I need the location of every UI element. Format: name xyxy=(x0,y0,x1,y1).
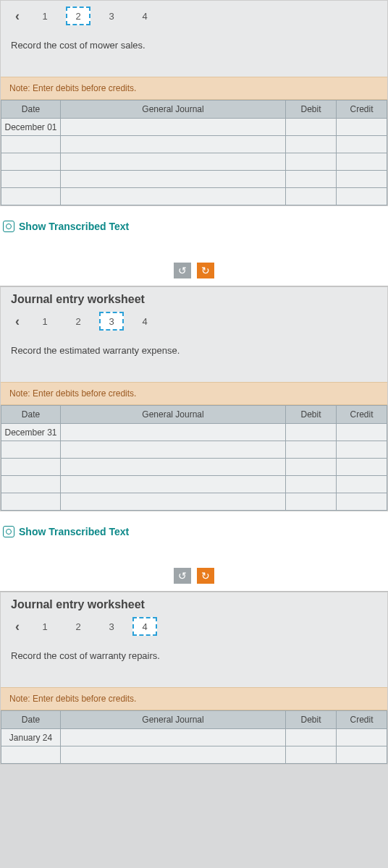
cell-gj[interactable] xyxy=(61,729,286,746)
header-debit: Debit xyxy=(286,101,337,119)
cell-date[interactable]: December 31 xyxy=(1,424,61,441)
tab-3[interactable]: 3 xyxy=(99,312,124,331)
tab-1[interactable]: 1 xyxy=(33,617,57,636)
chevron-left-icon[interactable]: ‹ xyxy=(11,314,24,329)
tab-2[interactable]: 2 xyxy=(66,617,90,636)
chevron-left-icon[interactable]: ‹ xyxy=(11,9,24,24)
header-credit: Credit xyxy=(337,101,387,119)
camera-icon xyxy=(3,526,14,537)
redo-button[interactable]: ↻ xyxy=(197,263,214,278)
worksheet-1: ‹ 1 2 3 4 Record the cost of mower sales… xyxy=(0,0,388,206)
header-general-journal: General Journal xyxy=(61,406,286,424)
header-date: Date xyxy=(1,406,61,424)
cell-credit[interactable] xyxy=(337,729,387,746)
journal-table: Date General Journal Debit Credit Decemb… xyxy=(1,100,387,205)
header-debit: Debit xyxy=(286,406,337,424)
undo-button[interactable]: ↺ xyxy=(174,568,191,584)
tab-2[interactable]: 2 xyxy=(66,312,90,331)
cell-credit[interactable] xyxy=(337,424,387,441)
worksheet-2: Journal entry worksheet ‹ 1 2 3 4 Record… xyxy=(0,286,388,511)
table-row xyxy=(1,136,387,153)
show-link-label: Show Transcribed Text xyxy=(19,526,129,537)
tab-4[interactable]: 4 xyxy=(132,7,157,25)
journal-table: Date General Journal Debit Credit Decemb… xyxy=(1,405,387,511)
table-row xyxy=(1,746,387,764)
prompt-text: Record the cost of mower sales. xyxy=(1,31,387,77)
worksheet-3: Journal entry worksheet ‹ 1 2 3 4 Record… xyxy=(0,592,388,765)
cell-credit[interactable] xyxy=(337,119,387,136)
header-date: Date xyxy=(1,711,61,729)
table-row xyxy=(1,476,387,493)
cell-date[interactable]: January 24 xyxy=(1,729,61,746)
table-row: December 01 xyxy=(1,119,387,136)
note-bar: Note: Enter debits before credits. xyxy=(1,77,387,100)
table-row xyxy=(1,153,387,171)
tab-row: ‹ 1 2 3 4 xyxy=(1,611,387,642)
tab-3[interactable]: 3 xyxy=(99,7,124,25)
tab-row: ‹ 1 2 3 4 xyxy=(1,1,387,31)
table-row xyxy=(1,441,387,459)
worksheet-title: Journal entry worksheet xyxy=(1,287,387,306)
cell-debit[interactable] xyxy=(286,424,337,441)
prompt-text: Record the cost of warranty repairs. xyxy=(1,642,387,687)
note-bar: Note: Enter debits before credits. xyxy=(1,687,387,710)
redo-button[interactable]: ↻ xyxy=(197,568,214,584)
header-credit: Credit xyxy=(337,406,387,424)
show-transcribed-text-link[interactable]: Show Transcribed Text xyxy=(0,206,388,250)
header-debit: Debit xyxy=(286,711,337,729)
tab-1[interactable]: 1 xyxy=(33,312,57,331)
journal-table: Date General Journal Debit Credit Januar… xyxy=(1,710,387,764)
prompt-text: Record the estimated warranty expense. xyxy=(1,336,387,382)
mini-toolbar: ↺ ↻ xyxy=(0,250,388,286)
table-row xyxy=(1,188,387,205)
cell-debit[interactable] xyxy=(286,729,337,746)
chevron-left-icon[interactable]: ‹ xyxy=(11,619,24,634)
tab-4[interactable]: 4 xyxy=(132,312,157,331)
header-credit: Credit xyxy=(337,711,387,729)
table-row xyxy=(1,493,387,511)
tab-row: ‹ 1 2 3 4 xyxy=(1,306,387,336)
header-general-journal: General Journal xyxy=(61,711,286,729)
table-row: January 24 xyxy=(1,729,387,746)
table-row: December 31 xyxy=(1,424,387,441)
note-bar: Note: Enter debits before credits. xyxy=(1,382,387,405)
table-row xyxy=(1,171,387,188)
header-general-journal: General Journal xyxy=(61,101,286,119)
cell-date[interactable]: December 01 xyxy=(1,119,61,136)
cell-gj[interactable] xyxy=(61,424,286,441)
cell-debit[interactable] xyxy=(286,119,337,136)
tab-3[interactable]: 3 xyxy=(99,617,124,636)
tab-2[interactable]: 2 xyxy=(66,7,90,25)
cell-gj[interactable] xyxy=(61,119,286,136)
tab-4[interactable]: 4 xyxy=(132,617,157,636)
camera-icon xyxy=(3,221,14,232)
worksheet-title: Journal entry worksheet xyxy=(1,592,387,611)
undo-button[interactable]: ↺ xyxy=(174,263,191,278)
table-row xyxy=(1,459,387,476)
mini-toolbar: ↺ ↻ xyxy=(0,555,388,591)
header-date: Date xyxy=(1,101,61,119)
tab-1[interactable]: 1 xyxy=(33,7,57,25)
show-link-label: Show Transcribed Text xyxy=(19,221,129,232)
show-transcribed-text-link[interactable]: Show Transcribed Text xyxy=(0,511,388,555)
